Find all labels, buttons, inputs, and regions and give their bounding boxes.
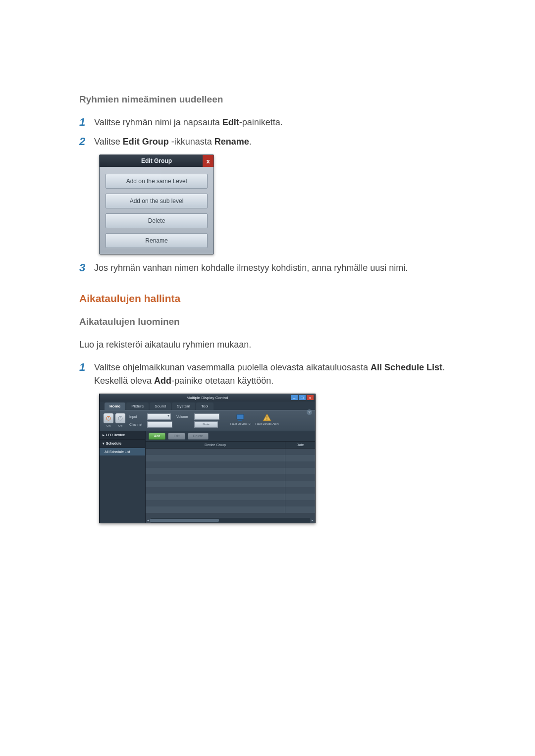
horizontal-scrollbar[interactable]: ◂ ▸ <box>146 518 315 523</box>
step-number-2: 2 <box>79 135 94 148</box>
input-select[interactable] <box>147 413 171 420</box>
table-row <box>146 494 315 500</box>
scroll-right-arrow[interactable]: ▸ <box>310 518 315 523</box>
mdc-sidebar: ▸LFD Device ▾Schedule All Schedule List <box>100 431 146 523</box>
sched-step-number-1: 1 <box>79 361 94 374</box>
step2-post: . <box>249 137 252 147</box>
svg-rect-5 <box>238 420 242 421</box>
dialog-close-button[interactable]: x <box>203 155 214 167</box>
tab-picture[interactable]: Picture <box>126 403 149 410</box>
power-on-button[interactable] <box>104 413 113 423</box>
tab-home[interactable]: Home <box>105 403 125 410</box>
mdc-ribbon: On Off Input <box>100 410 315 431</box>
window-minimize-button[interactable]: – <box>291 395 298 400</box>
sidebar-all-schedule-list[interactable]: All Schedule List <box>100 448 145 455</box>
sidebar-lfd-device[interactable]: ▸LFD Device <box>100 431 145 440</box>
power-off-button[interactable] <box>115 413 125 423</box>
heading-schedule-management: Aikataulujen hallinta <box>79 293 456 304</box>
window-close-button[interactable]: x <box>307 395 314 400</box>
fault-alert-icon[interactable]: ! <box>263 413 271 421</box>
table-row <box>146 468 315 474</box>
svg-text:!: ! <box>266 415 268 421</box>
edit-group-dialog: Edit Group x Add on the same Level Add o… <box>99 154 214 254</box>
mdc-title-text: Multiple Display Control <box>186 396 228 400</box>
s2-step1-b1: All Schedule List <box>371 362 442 372</box>
scrollbar-thumb[interactable] <box>150 519 219 522</box>
mute-button[interactable]: Mute <box>194 421 218 428</box>
table-row <box>146 474 315 481</box>
channel-spinner[interactable] <box>147 421 172 428</box>
sidebar-schedule[interactable]: ▾Schedule <box>100 440 145 448</box>
grid-rows <box>146 448 315 518</box>
schedule-intro: Luo ja rekisteröi aikataulu ryhmien muka… <box>79 338 456 351</box>
add-button[interactable]: Add <box>149 433 165 440</box>
svg-rect-4 <box>237 414 244 419</box>
rename-button[interactable]: Rename <box>106 233 208 248</box>
step-3-text: Jos ryhmän vanhan nimen kohdalle ilmesty… <box>94 261 408 275</box>
fault-device-icon[interactable] <box>236 413 245 421</box>
edit-button[interactable]: Edit <box>168 433 185 440</box>
sidebar-schedule-label: Schedule <box>106 442 121 445</box>
heading-rename-groups: Ryhmien nimeäminen uudelleen <box>79 94 456 105</box>
tab-system[interactable]: System <box>172 403 195 410</box>
delete-schedule-button[interactable]: Delete <box>188 433 209 440</box>
s2-step1-pre: Valitse ohjelmaikkunan vasemmalla puolel… <box>94 362 371 372</box>
step1-pre: Valitse ryhmän nimi ja napsauta <box>94 117 222 127</box>
step2-b1: Edit Group <box>123 137 169 147</box>
fault-alert-label: Fault Device Alert <box>255 422 278 426</box>
col-date: Date <box>285 442 315 448</box>
tab-sound[interactable]: Sound <box>150 403 171 410</box>
table-row <box>146 455 315 461</box>
volume-label: Volume <box>176 415 192 418</box>
step2-mid: -ikkunasta <box>169 137 214 147</box>
mdc-tabs: Home Picture Sound System Tool ? <box>100 402 315 410</box>
mdc-window: Multiple Display Control – □ x Home Pict… <box>99 394 316 523</box>
chevron-down-icon: ▾ <box>103 442 105 446</box>
s2-step1-b2: Add <box>154 376 171 386</box>
mdc-titlebar: Multiple Display Control – □ x <box>100 394 315 402</box>
step1-bold: Edit <box>222 117 239 127</box>
table-row <box>146 481 315 487</box>
grid-header: Device Group Date <box>146 442 315 448</box>
sidebar-lfd-label: LFD Device <box>106 433 125 437</box>
channel-label: Channel <box>129 423 145 426</box>
sched-step-1-text: Valitse ohjelmaikkunan vasemmalla puolel… <box>94 361 456 388</box>
s2-step1-post: -painike otetaan käyttöön. <box>171 376 273 386</box>
table-row <box>146 500 315 506</box>
add-same-level-button[interactable]: Add on the same Level <box>106 174 208 189</box>
dialog-titlebar: Edit Group x <box>100 155 214 167</box>
chevron-right-icon: ▸ <box>103 433 105 437</box>
step2-pre: Valitse <box>94 137 123 147</box>
input-label: Input <box>129 415 145 418</box>
step2-b2: Rename <box>214 137 249 147</box>
col-device-group: Device Group <box>146 442 285 448</box>
dialog-title-text: Edit Group <box>141 157 172 164</box>
main-toolbar: Add Edit Delete <box>146 431 315 442</box>
table-row <box>146 487 315 494</box>
table-row <box>146 506 315 513</box>
fault-device-label: Fault Device (0) <box>230 422 251 426</box>
window-maximize-button[interactable]: □ <box>299 395 306 400</box>
step1-post: -painiketta. <box>239 117 283 127</box>
step-2-text: Valitse Edit Group -ikkunasta Rename. <box>94 135 252 149</box>
step-1-text: Valitse ryhmän nimi ja napsauta Edit-pai… <box>94 116 283 129</box>
heading-schedule-create: Aikataulujen luominen <box>79 316 456 327</box>
power-off-label: Off <box>115 424 125 427</box>
step-number-3: 3 <box>79 261 94 274</box>
table-row <box>146 449 315 455</box>
step-number-1: 1 <box>79 116 94 129</box>
volume-spinner[interactable] <box>194 413 219 420</box>
add-sub-level-button[interactable]: Add on the sub level <box>106 194 208 208</box>
table-row <box>146 461 315 468</box>
tab-tool[interactable]: Tool <box>196 403 214 410</box>
power-on-label: On <box>104 424 113 427</box>
delete-button[interactable]: Delete <box>106 213 208 228</box>
